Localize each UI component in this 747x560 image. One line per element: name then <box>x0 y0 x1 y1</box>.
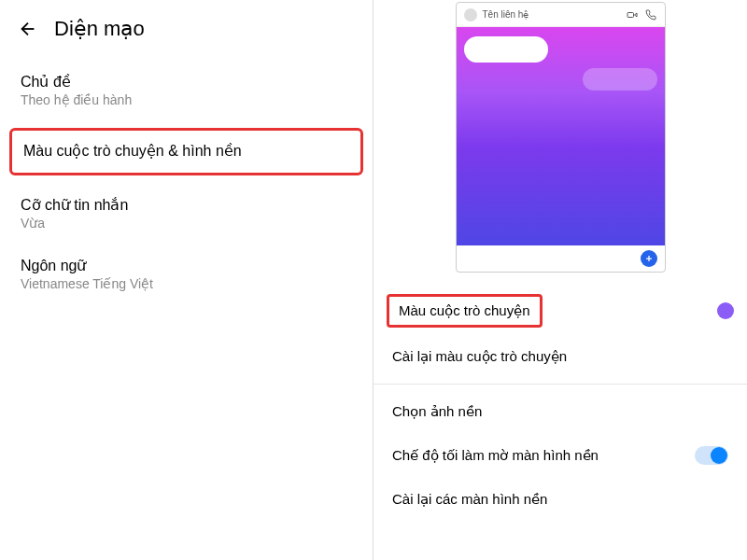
option-label: Chế độ tối làm mờ màn hình nền <box>392 447 599 464</box>
option-reset-chat-color[interactable]: Cài lại màu cuộc trò chuyện <box>374 335 747 378</box>
color-swatch-icon <box>717 302 734 319</box>
setting-language[interactable]: Ngôn ngữ Vietnamese Tiếng Việt <box>0 244 373 304</box>
setting-title: Cỡ chữ tin nhắn <box>21 196 352 214</box>
option-dark-mode-blur[interactable]: Chế độ tối làm mờ màn hình nền <box>374 433 747 478</box>
preview-footer <box>457 245 665 272</box>
chat-preview: Tên liên hệ <box>456 2 666 273</box>
back-arrow-icon[interactable] <box>17 18 39 40</box>
preview-header: Tên liên hệ <box>457 3 665 27</box>
chat-color-wallpaper-panel: Tên liên hệ Màu cuộc trò chuyện <box>374 0 747 560</box>
option-reset-backgrounds[interactable]: Cài lại các màn hình nền <box>374 478 747 521</box>
setting-title: Màu cuộc trò chuyện & hình nền <box>23 142 349 160</box>
audio-call-icon <box>644 8 657 21</box>
setting-font-size[interactable]: Cỡ chữ tin nhắn Vừa <box>0 183 373 244</box>
message-bubble-outgoing <box>464 36 548 63</box>
setting-subtitle: Vietnamese Tiếng Việt <box>21 276 352 291</box>
setting-title: Chủ đề <box>21 73 352 91</box>
toggle-knob-icon <box>711 447 727 464</box>
message-bubble-incoming <box>583 68 657 91</box>
setting-theme[interactable]: Chủ đề Theo hệ điều hành <box>0 60 373 120</box>
svg-rect-0 <box>627 12 634 17</box>
header: Diện mạo <box>0 0 373 50</box>
toggle-switch[interactable] <box>695 446 728 465</box>
settings-list: Chủ đề Theo hệ điều hành Màu cuộc trò ch… <box>0 50 373 314</box>
setting-title: Ngôn ngữ <box>21 257 352 274</box>
option-chat-color[interactable]: Màu cuộc trò chuyện <box>374 287 747 335</box>
option-label: Cài lại màu cuộc trò chuyện <box>392 348 567 365</box>
option-choose-background[interactable]: Chọn ảnh nền <box>374 390 747 433</box>
video-call-icon <box>626 8 639 21</box>
option-label: Màu cuộc trò chuyện <box>399 302 530 318</box>
setting-subtitle: Theo hệ điều hành <box>21 92 352 107</box>
setting-chat-color-wallpaper[interactable]: Màu cuộc trò chuyện & hình nền <box>23 142 349 160</box>
send-button-icon <box>641 250 657 267</box>
page-title: Diện mạo <box>54 17 145 41</box>
preview-chat-body <box>457 27 665 245</box>
contact-name: Tên liên hệ <box>483 9 620 20</box>
appearance-settings-panel: Diện mạo Chủ đề Theo hệ điều hành Màu cu… <box>0 0 374 560</box>
setting-subtitle: Vừa <box>21 216 352 231</box>
option-label: Chọn ảnh nền <box>392 403 482 420</box>
highlight-chat-color-wallpaper: Màu cuộc trò chuyện & hình nền <box>9 128 363 175</box>
highlight-chat-color: Màu cuộc trò chuyện <box>387 294 543 328</box>
divider <box>374 384 747 385</box>
avatar-icon <box>464 8 477 21</box>
option-label: Cài lại các màn hình nền <box>392 491 547 508</box>
